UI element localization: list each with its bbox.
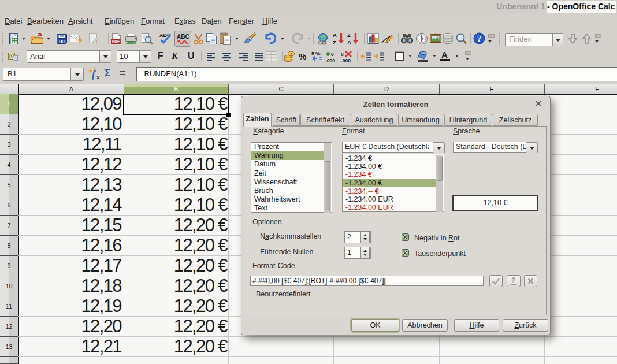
- svg-text:A: A: [333, 32, 337, 38]
- svg-text:Z: Z: [333, 39, 336, 46]
- svg-text:PDF: PDF: [112, 39, 120, 43]
- svg-text:?: ?: [477, 35, 481, 43]
- svg-text:0: 0: [341, 51, 344, 57]
- svg-text:5: 5: [311, 50, 315, 57]
- svg-text:f: f: [92, 69, 96, 80]
- svg-text:x: x: [96, 73, 100, 80]
- svg-text:0: 0: [331, 51, 334, 57]
- svg-text:Z: Z: [347, 32, 351, 38]
- svg-text:%: %: [315, 50, 321, 57]
- svg-text:ABC: ABC: [177, 34, 189, 40]
- svg-text:A: A: [347, 39, 351, 46]
- svg-text:.000: .000: [341, 58, 351, 63]
- svg-text:.000: .000: [326, 58, 336, 63]
